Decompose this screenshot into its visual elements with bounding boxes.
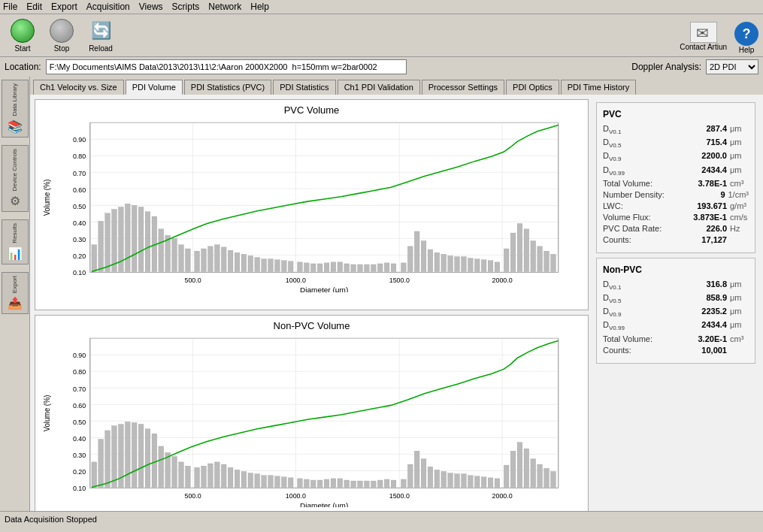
pvc-dv01-label: DV0.1 <box>603 124 682 135</box>
svg-rect-149 <box>208 464 213 487</box>
svg-rect-160 <box>281 477 286 488</box>
sidebar-item-data-library[interactable]: Data Library 📚 <box>2 80 29 138</box>
svg-rect-78 <box>407 246 413 272</box>
pvc-dv099-unit: μm <box>730 165 749 174</box>
tab-pdi-optics[interactable]: PDI Optics <box>506 80 559 95</box>
svg-rect-165 <box>317 480 322 487</box>
status-text: Data Acquisition Stopped <box>5 515 97 524</box>
nonpvc-total-volume-value: 3.20E-1 <box>682 334 727 343</box>
pvc-total-volume-unit: cm³ <box>730 179 749 188</box>
tab-pdi-statistics[interactable]: PDI Statistics <box>273 80 335 95</box>
svg-text:0.60: 0.60 <box>73 401 86 409</box>
tab-processor-settings[interactable]: Processor Settings <box>422 80 504 95</box>
svg-rect-157 <box>262 475 267 487</box>
tab-pdi-volume[interactable]: PDI Volume <box>126 80 183 95</box>
svg-rect-52 <box>228 250 233 271</box>
svg-text:0.50: 0.50 <box>73 203 86 210</box>
sidebar-device-controls-label: Device Controls <box>11 149 18 191</box>
sidebar-item-export[interactable]: Export 📤 <box>2 272 29 314</box>
doppler-select[interactable]: 2D PDI 1D PDI Phase <box>706 59 758 74</box>
svg-rect-61 <box>288 261 293 272</box>
svg-text:0.90: 0.90 <box>73 137 86 144</box>
svg-rect-144 <box>172 456 177 487</box>
menu-scripts[interactable]: Scripts <box>172 2 200 12</box>
svg-rect-164 <box>310 480 316 487</box>
svg-rect-72 <box>365 264 370 271</box>
status-bar: Data Acquisition Stopped <box>0 511 763 526</box>
svg-rect-148 <box>201 466 207 487</box>
stop-button[interactable]: Stop <box>44 17 80 53</box>
sidebar-results-label: Results <box>11 223 18 243</box>
svg-text:0.70: 0.70 <box>73 170 86 177</box>
svg-rect-62 <box>298 262 303 272</box>
svg-text:1500.0: 1500.0 <box>389 277 410 284</box>
svg-rect-76 <box>391 264 396 271</box>
tab-pdi-statistics-pvc[interactable]: PDI Statistics (PVC) <box>184 80 271 95</box>
pvc-dv05-label: DV0.5 <box>603 138 682 149</box>
data-library-icon: 📚 <box>8 119 23 134</box>
svg-text:500.0: 500.0 <box>184 492 201 500</box>
svg-rect-71 <box>358 264 363 271</box>
menu-export[interactable]: Export <box>51 2 77 12</box>
location-input[interactable] <box>46 59 407 74</box>
svg-rect-193 <box>510 451 516 487</box>
menu-file[interactable]: File <box>3 2 17 12</box>
menu-acquisition[interactable]: Acquisition <box>86 2 130 12</box>
svg-rect-92 <box>504 249 509 271</box>
nonpvc-counts-label: Counts: <box>603 346 682 355</box>
svg-rect-46 <box>186 249 191 271</box>
sidebar-item-device-controls[interactable]: Device Controls ⚙ <box>2 145 29 212</box>
svg-rect-37 <box>125 204 130 271</box>
pvc-number-density-value: 9 <box>680 190 725 199</box>
svg-rect-159 <box>275 476 280 487</box>
pvc-dv01-value: 287.4 <box>682 124 727 133</box>
pvc-volume-flux-value: 3.873E-1 <box>682 213 727 222</box>
svg-rect-85 <box>455 257 460 272</box>
doppler-label: Doppler Analysis: <box>631 62 701 72</box>
svg-text:0.60: 0.60 <box>73 186 86 194</box>
tab-pdi-time-history[interactable]: PDI Time History <box>561 80 637 95</box>
svg-rect-138 <box>132 422 137 487</box>
sidebar-item-results[interactable]: Results 📊 <box>2 219 29 264</box>
svg-rect-186 <box>462 473 467 487</box>
menu-views[interactable]: Views <box>139 2 163 12</box>
menu-help[interactable]: Help <box>250 2 269 12</box>
svg-rect-83 <box>441 254 447 271</box>
svg-rect-177 <box>401 479 407 487</box>
svg-rect-174 <box>377 480 383 487</box>
sidebar-export-label: Export <box>11 276 18 293</box>
nonpvc-total-volume-unit: cm³ <box>730 334 749 343</box>
tab-ch1-pdi-validation[interactable]: Ch1 PDI Validation <box>338 80 420 95</box>
main-layout: Data Library 📚 Device Controls ⚙ Results… <box>0 77 763 511</box>
pvc-counts-label: Counts: <box>603 235 682 244</box>
svg-rect-66 <box>324 263 329 272</box>
nonpvc-stats-title: Non-PVC <box>603 264 749 275</box>
menu-network[interactable]: Network <box>208 2 241 12</box>
svg-text:0.10: 0.10 <box>73 485 86 492</box>
tabs: Ch1 Velocity vs. Size PDI Volume PDI Sta… <box>30 77 763 95</box>
svg-rect-51 <box>221 247 226 272</box>
pvc-dv01-unit: μm <box>730 124 749 133</box>
contact-button[interactable]: Contact Artiun <box>680 22 727 54</box>
pvc-number-density-unit: 1/cm³ <box>728 190 749 199</box>
help-label: Help <box>739 46 755 54</box>
reload-button[interactable]: 🔄 Reload <box>83 17 119 53</box>
nonpvc-dv01-label: DV0.1 <box>603 280 682 291</box>
help-button[interactable]: ? Help <box>734 22 758 54</box>
start-button[interactable]: Start <box>5 17 41 53</box>
svg-rect-73 <box>371 264 376 271</box>
results-icon: 📊 <box>8 246 23 261</box>
svg-rect-150 <box>214 462 220 488</box>
svg-rect-57 <box>262 259 267 272</box>
svg-rect-79 <box>414 231 419 271</box>
svg-text:1500.0: 1500.0 <box>389 492 410 500</box>
menu-edit[interactable]: Edit <box>26 2 42 12</box>
pvc-dv05-unit: μm <box>730 138 749 147</box>
svg-rect-178 <box>407 464 413 487</box>
tab-velocity-size[interactable]: Ch1 Velocity vs. Size <box>33 80 124 95</box>
svg-text:Volume (%): Volume (%) <box>43 179 51 216</box>
svg-rect-166 <box>324 479 329 487</box>
svg-rect-141 <box>152 434 157 487</box>
svg-text:0.40: 0.40 <box>73 219 86 227</box>
svg-text:0.70: 0.70 <box>73 385 86 392</box>
